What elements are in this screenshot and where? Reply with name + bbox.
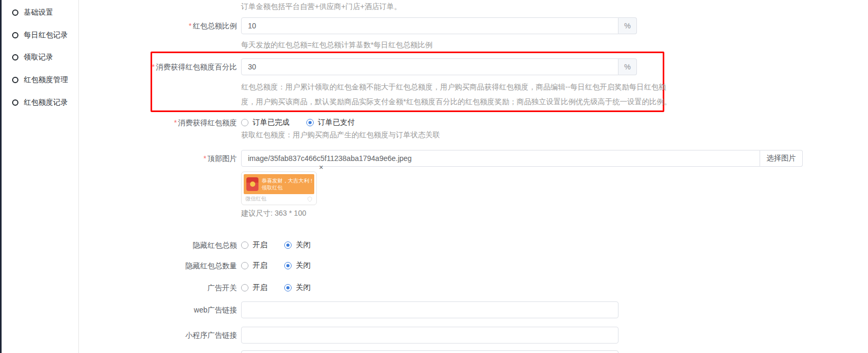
radio-hide-total-off[interactable]: 关闭	[284, 240, 311, 250]
total-ratio-label: *红包总额比例	[84, 17, 237, 34]
mini-ad-link-label: 小程序广告链接	[84, 327, 237, 344]
consume-percent-label: *消费获得红包额度百分比	[84, 58, 237, 75]
total-ratio-input[interactable]	[241, 17, 618, 34]
sidebar-item-quota-management[interactable]: 红包额度管理	[12, 74, 68, 86]
radio-order-paid[interactable]: 订单已支付	[306, 118, 355, 127]
sidebar-item-label: 基础设置	[24, 8, 53, 17]
ad-switch-label: 广告开关	[84, 282, 237, 294]
hide-total-radio-group: 开启 关闭	[241, 239, 327, 251]
radio-label: 关闭	[296, 240, 311, 250]
choose-image-button[interactable]: 选择图片	[760, 150, 803, 167]
wechat-redpacket-label: 微信红包	[245, 195, 266, 203]
percent-suffix: %	[618, 58, 637, 75]
consume-percent-input-group: %	[241, 58, 637, 75]
banner-subtitle: 领取红包	[262, 184, 314, 191]
radio-label: 开启	[253, 261, 267, 270]
mini-ad-link-input[interactable]	[241, 327, 618, 344]
circle-bullet-icon	[12, 99, 18, 106]
radio-order-completed[interactable]: 订单已完成	[241, 118, 290, 127]
remove-image-icon[interactable]: ×	[319, 164, 323, 171]
sidebar-item-daily-redpacket-records[interactable]: 每日红包记录	[12, 29, 68, 41]
size-suggestion: 建议尺寸: 363 * 100	[241, 209, 306, 218]
circle-bullet-icon	[12, 54, 18, 60]
radio-label: 开启	[253, 283, 267, 293]
consume-percent-input[interactable]	[241, 58, 618, 75]
radio-label: 关闭	[296, 283, 311, 293]
banner-title: 恭喜发财，大吉大利！	[262, 177, 314, 184]
consume-status-label: *消费获得红包额度	[84, 117, 237, 128]
web-ad-link-label: web广告链接	[84, 301, 237, 318]
banner-text: 恭喜发财，大吉大利！ 领取红包	[262, 177, 314, 191]
radio-hide-total-on[interactable]: 开启	[241, 240, 267, 250]
settings-sidebar: 基础设置 每日红包记录 领取记录 红包额度管理 红包额度记录	[2, 0, 79, 353]
radio-label: 订单已支付	[318, 118, 355, 127]
badge-icon	[307, 196, 313, 202]
radio-unselected-icon	[241, 262, 248, 269]
radio-unselected-icon	[241, 119, 248, 126]
required-mark: *	[152, 63, 155, 71]
required-mark: *	[204, 154, 206, 163]
ad-switch-radio-group: 开启 关闭	[241, 282, 327, 294]
hide-total-label: 隐藏红包总额	[84, 239, 237, 251]
radio-selected-icon	[306, 119, 314, 126]
required-mark: *	[174, 118, 177, 127]
consume-status-radio-group: 订单已完成 订单已支付	[241, 117, 372, 128]
radio-selected-icon	[284, 262, 292, 269]
consume-percent-hint: 红包总额度：用户累计领取的红包金额不能大于红包总额度，用户购买商品获得红包额度，…	[241, 79, 673, 109]
required-mark: *	[189, 22, 192, 30]
radio-selected-icon	[284, 241, 292, 249]
top-image-label: *顶部图片	[84, 150, 237, 167]
sidebar-item-label: 领取记录	[24, 53, 53, 62]
radio-label: 订单已完成	[253, 118, 290, 127]
circle-bullet-icon	[12, 32, 18, 38]
sidebar-item-quota-records[interactable]: 红包额度记录	[12, 97, 68, 108]
radio-label: 关闭	[296, 261, 311, 270]
circle-bullet-icon	[12, 77, 18, 83]
radio-hide-count-off[interactable]: 关闭	[284, 261, 311, 270]
radio-selected-icon	[284, 284, 292, 291]
percent-suffix: %	[618, 17, 637, 34]
total-ratio-hint: 每天发放的红包总额=红包总额计算基数*每日红包总额比例	[241, 41, 433, 50]
sidebar-item-claim-records[interactable]: 领取记录	[12, 52, 53, 63]
sidebar-item-label: 红包额度记录	[24, 98, 68, 107]
radio-hide-count-on[interactable]: 开启	[241, 261, 267, 270]
radio-label: 开启	[253, 240, 267, 250]
red-envelope-icon	[246, 177, 258, 191]
web-ad-link-input[interactable]	[241, 301, 618, 318]
total-ratio-input-group: %	[241, 17, 637, 34]
top-image-preview: 恭喜发财，大吉大利！ 领取红包 微信红包	[241, 172, 317, 205]
hide-count-label: 隐藏红包总数量	[84, 260, 237, 271]
redpacket-settings-page: 基础设置 每日红包记录 领取记录 红包额度管理 红包额度记录 订单金额包括平台自…	[0, 0, 868, 353]
top-image-input-group: 选择图片	[241, 150, 803, 167]
order-amount-hint: 订单金额包括平台自营+供应商+门店+酒店订单。	[241, 2, 402, 12]
radio-ad-off[interactable]: 关闭	[284, 283, 311, 293]
radio-unselected-icon	[241, 284, 248, 291]
sidebar-item-label: 红包额度管理	[24, 75, 68, 85]
hide-count-radio-group: 开启 关闭	[241, 260, 327, 271]
sidebar-item-basic-settings[interactable]: 基础设置	[12, 7, 53, 18]
radio-unselected-icon	[241, 241, 248, 249]
consume-status-hint: 获取红包额度：用户购买商品产生的红包额度与订单状态关联	[241, 130, 440, 140]
redpacket-banner-preview: 恭喜发财，大吉大利！ 领取红包	[244, 174, 314, 194]
next-field-input[interactable]	[241, 350, 618, 353]
circle-bullet-icon	[12, 9, 18, 16]
preview-footer: 微信红包	[244, 194, 314, 204]
radio-ad-on[interactable]: 开启	[241, 283, 267, 293]
sidebar-item-label: 每日红包记录	[24, 31, 68, 40]
